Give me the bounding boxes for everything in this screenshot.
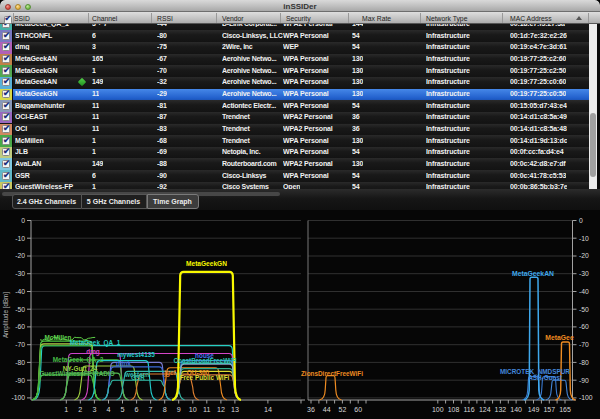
svg-text:McMillen: McMillen	[45, 334, 72, 341]
svg-text:1: 1	[64, 405, 68, 414]
svg-text:-20: -20	[579, 252, 589, 259]
svg-text:11: 11	[203, 405, 210, 414]
svg-text:12: 12	[217, 405, 225, 414]
svg-text:-100: -100	[579, 394, 593, 401]
svg-text:165: 165	[559, 406, 571, 413]
svg-text:-80: -80	[579, 359, 589, 366]
svg-text:13: 13	[231, 405, 239, 414]
svg-text:-90: -90	[579, 377, 589, 384]
svg-text:-70: -70	[579, 341, 589, 348]
svg-text:116: 116	[464, 406, 475, 413]
svg-text:149: 149	[528, 406, 540, 413]
svg-text:-40: -40	[579, 288, 589, 295]
svg-text:mywest4135: mywest4135	[117, 351, 155, 359]
svg-text:jgef: jgef	[163, 369, 176, 377]
svg-text:MetaGeekGN: MetaGeekGN	[186, 260, 227, 267]
svg-text:-60: -60	[15, 323, 25, 330]
svg-text:Free Public WiFi: Free Public WiFi	[180, 374, 230, 381]
svg-text:132: 132	[495, 406, 507, 413]
svg-text:-30: -30	[15, 270, 25, 277]
svg-text:9: 9	[177, 405, 181, 414]
svg-text:5: 5	[121, 405, 125, 414]
svg-text:157: 157	[543, 406, 555, 413]
svg-text:100: 100	[432, 406, 444, 413]
svg-text:3: 3	[92, 405, 96, 414]
svg-text:-10: -10	[15, 235, 25, 242]
svg-text:52: 52	[339, 406, 347, 413]
svg-text:10: 10	[189, 405, 197, 414]
svg-text:MetaGee: MetaGee	[545, 334, 574, 341]
svg-text:-10: -10	[579, 235, 589, 242]
svg-text:8: 8	[163, 405, 167, 414]
svg-text:-50: -50	[579, 306, 589, 313]
svg-text:-70: -70	[15, 341, 25, 348]
svg-text:-30: -30	[579, 270, 589, 277]
svg-text:MetaGeek_QA_2: MetaGeek_QA_2	[53, 356, 104, 364]
svg-text:dlink: dlink	[116, 360, 131, 367]
svg-text:ZionsDirectFreeWiFi: ZionsDirectFreeWiFi	[301, 370, 363, 377]
svg-text:14: 14	[264, 405, 272, 414]
svg-text:MetaGeek_QA_1: MetaGeek_QA_1	[70, 339, 121, 347]
svg-text:124: 124	[479, 406, 491, 413]
svg-text:-100: -100	[11, 394, 25, 401]
svg-text:-40: -40	[15, 288, 25, 295]
svg-text:7: 7	[149, 405, 153, 414]
svg-text:60: 60	[354, 406, 362, 413]
svg-text:-60: -60	[579, 323, 589, 330]
svg-text:140: 140	[510, 406, 522, 413]
svg-text:Amplitude [dBm]: Amplitude [dBm]	[2, 292, 10, 338]
svg-text:dmg: dmg	[86, 348, 100, 356]
svg-text:2: 2	[78, 405, 82, 414]
svg-text:GSR: GSR	[131, 374, 145, 381]
svg-text:0: 0	[21, 217, 25, 224]
svg-text:-20: -20	[15, 252, 25, 259]
svg-text:36: 36	[307, 406, 315, 413]
svg-text:108: 108	[448, 406, 460, 413]
svg-text:ASH-Guest: ASH-Guest	[528, 374, 563, 381]
svg-text:-50: -50	[15, 306, 25, 313]
svg-text:CoastBroadFreeWiFi: CoastBroadFreeWiFi	[173, 357, 236, 364]
svg-text:MetaGeekAN: MetaGeekAN	[512, 270, 554, 277]
svg-text:0: 0	[579, 217, 583, 224]
svg-text:-90: -90	[15, 377, 25, 384]
svg-text:GuestWirelessFP-RADIO: GuestWirelessFP-RADIO	[39, 370, 114, 377]
svg-text:-80: -80	[15, 359, 25, 366]
svg-text:6: 6	[135, 405, 139, 414]
svg-text:44: 44	[323, 406, 331, 413]
svg-text:4: 4	[107, 405, 111, 414]
